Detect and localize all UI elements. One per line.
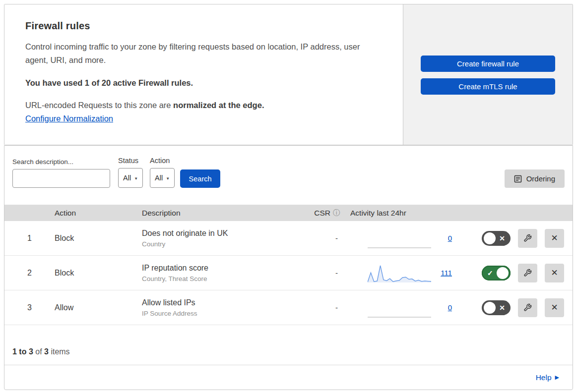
action-filter-group: Action All ▼: [150, 157, 175, 188]
rule-action: Block: [55, 234, 142, 243]
create-firewall-rule-button[interactable]: Create firewall rule: [421, 56, 555, 72]
help-arrow-icon: ▶: [555, 374, 559, 381]
page-title: Firewall rules: [25, 20, 382, 32]
rule-csr-value: -: [301, 234, 343, 242]
rule-description-cell: Allow listed IPs IP Source Address: [142, 298, 301, 317]
column-action: Action: [55, 209, 142, 218]
rule-fields: Country, Threat Score: [142, 275, 301, 282]
activity-cell: 111: [343, 256, 462, 290]
wrench-icon: [523, 303, 532, 312]
wrench-icon: [523, 269, 532, 277]
close-icon: ✕: [551, 302, 558, 313]
status-filter-group: Status All ▼: [118, 157, 143, 188]
firewall-intro-pane: Firewall rules Control incoming traffic …: [4, 4, 403, 145]
rule-csr-value: -: [301, 303, 343, 312]
configure-normalization-link[interactable]: Configure Normalization: [25, 114, 113, 123]
rule-priority: 1: [4, 234, 55, 243]
status-select[interactable]: All ▼: [118, 168, 143, 188]
rule-csr-value: -: [301, 269, 343, 277]
rule-controls: ✕ ✕: [462, 298, 573, 317]
delete-rule-button[interactable]: ✕: [545, 298, 564, 317]
rule-priority: 3: [4, 303, 55, 312]
column-description: Description: [142, 209, 301, 218]
activity-cell: 0: [343, 221, 462, 255]
rule-action: Allow: [55, 303, 142, 312]
help-link[interactable]: Help ▶: [536, 373, 559, 382]
status-selected-value: All: [123, 174, 131, 182]
close-icon: ✕: [551, 268, 558, 278]
edit-rule-button[interactable]: [518, 264, 537, 282]
info-icon[interactable]: ⓘ: [333, 209, 340, 218]
table-row: 1 Block Does not originate in UK Country…: [4, 221, 573, 256]
toggle-state-icon: ✕: [499, 303, 505, 311]
column-csr: CSR ⓘ: [301, 209, 343, 218]
pagination-range: 1 to 3: [12, 347, 33, 356]
action-select[interactable]: All ▼: [150, 168, 175, 188]
toggle-state-icon: ✕: [499, 234, 505, 242]
page-description: Control incoming traffic to your zone by…: [25, 40, 376, 67]
chevron-down-icon: ▼: [134, 176, 138, 181]
enable-toggle[interactable]: ✓: [482, 266, 511, 280]
filter-bar: Search description... Status All ▼ Actio…: [4, 146, 573, 188]
pagination-summary: 1 to 3 of 3 items: [4, 325, 573, 363]
action-selected-value: All: [155, 174, 163, 182]
edit-rule-button[interactable]: [518, 298, 537, 317]
enable-toggle[interactable]: ✕: [482, 300, 511, 315]
action-label: Action: [150, 157, 175, 165]
rule-description: Does not originate in UK: [142, 229, 301, 238]
actions-pane: Create firewall rule Create mTLS rule: [403, 4, 573, 145]
status-label: Status: [118, 157, 143, 165]
rule-controls: ✓ ✕: [462, 264, 573, 282]
rule-controls: ✕ ✕: [462, 229, 573, 248]
column-activity: Activity last 24hr: [343, 209, 462, 218]
firewall-rules-panel: Search description... Status All ▼ Actio…: [4, 145, 573, 390]
search-label: Search description...: [12, 158, 110, 166]
normalization-note: URL-encoded Requests to this zone are no…: [25, 101, 382, 110]
search-input[interactable]: [22, 169, 112, 187]
activity-count-link[interactable]: 111: [441, 269, 452, 277]
toggle-knob: [484, 232, 496, 244]
normalization-bold: normalized at the edge.: [173, 101, 264, 110]
delete-rule-button[interactable]: ✕: [545, 264, 564, 282]
rule-description-cell: IP reputation score Country, Threat Scor…: [142, 264, 301, 282]
ordering-label: Ordering: [526, 174, 555, 183]
delete-rule-button[interactable]: ✕: [545, 229, 564, 248]
pagination-total: 3: [44, 347, 49, 356]
activity-count-link[interactable]: 0: [448, 234, 452, 242]
rule-fields: Country: [142, 240, 301, 248]
enable-toggle[interactable]: ✕: [482, 231, 511, 246]
normalization-text: URL-encoded Requests to this zone are: [25, 101, 173, 110]
activity-sparkline: [368, 227, 431, 249]
help-label: Help: [536, 373, 552, 382]
toggle-state-icon: ✓: [487, 269, 493, 277]
rule-priority: 2: [4, 269, 55, 278]
rule-description-cell: Does not originate in UK Country: [142, 229, 301, 248]
edit-rule-button[interactable]: [518, 229, 537, 248]
wrench-icon: [523, 234, 532, 242]
chevron-down-icon: ▼: [166, 176, 170, 181]
rule-fields: IP Source Address: [142, 310, 301, 317]
pagination-items: items: [49, 347, 70, 356]
activity-cell: 0: [343, 290, 462, 325]
search-box: [12, 169, 110, 188]
rule-description: IP reputation score: [142, 264, 301, 273]
usage-summary: You have used 1 of 20 active Firewall ru…: [25, 78, 382, 88]
table-row: 3 Allow Allow listed IPs IP Source Addre…: [4, 290, 573, 325]
create-mtls-rule-button[interactable]: Create mTLS rule: [421, 78, 555, 95]
search-button[interactable]: Search: [180, 169, 220, 188]
toggle-knob: [497, 267, 509, 279]
help-row: Help ▶: [4, 365, 573, 390]
toggle-knob: [484, 302, 496, 314]
ordering-list-icon: [514, 175, 522, 183]
activity-sparkline: [368, 297, 431, 319]
ordering-button[interactable]: Ordering: [505, 169, 565, 188]
close-icon: ✕: [551, 233, 558, 243]
search-group: Search description...: [12, 158, 110, 188]
table-row: 2 Block IP reputation score Country, Thr…: [4, 256, 573, 290]
activity-count-link[interactable]: 0: [448, 303, 452, 312]
rule-description: Allow listed IPs: [142, 298, 301, 307]
firewall-overview-section: Firewall rules Control incoming traffic …: [4, 4, 573, 145]
pagination-of: of: [33, 347, 44, 356]
activity-sparkline: [368, 262, 431, 284]
rule-action: Block: [55, 269, 142, 278]
